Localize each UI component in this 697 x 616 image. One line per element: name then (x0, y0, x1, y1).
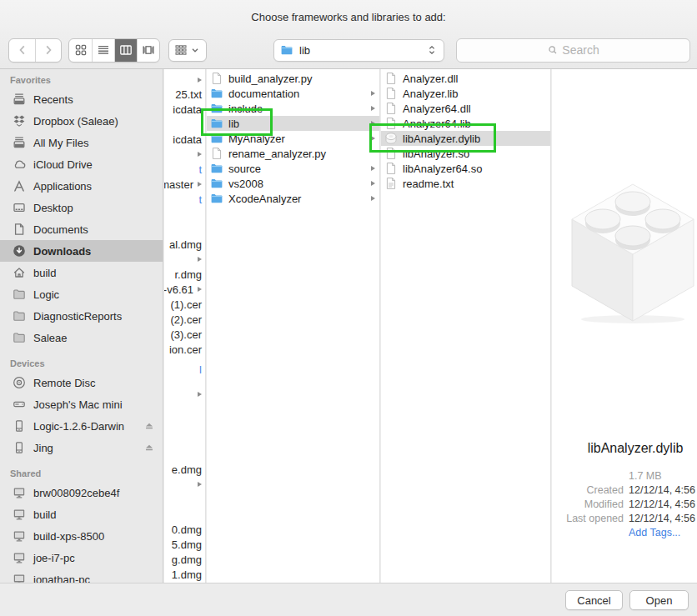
search-icon (547, 44, 559, 56)
forward-button[interactable] (35, 39, 61, 62)
disclosure-arrow-icon (198, 182, 202, 187)
sidebar-item-downloads[interactable]: Downloads (0, 240, 163, 262)
sidebar-item-applications[interactable]: Applications (0, 175, 163, 197)
preview-lastopened-value: 12/12/14, 4:56 (629, 512, 697, 526)
truncated-list-item[interactable]: (3).cer (164, 327, 205, 342)
sidebar-item-jing[interactable]: Jing (0, 437, 163, 458)
column-view-button[interactable] (114, 39, 137, 62)
sidebar-item-jonathan-pc[interactable]: jonathan-pc (0, 568, 163, 583)
sidebar-item-recents[interactable]: Recents (0, 88, 163, 110)
sidebar-item-saleae[interactable]: Saleae (0, 327, 163, 348)
dialog-chrome: Choose frameworks and libraries to add: (0, 0, 697, 69)
coverflow-view-button[interactable] (137, 39, 159, 62)
sidebar-item-diagnosticreports[interactable]: DiagnosticReports (0, 305, 163, 327)
sidebar-item-build-xps-8500[interactable]: build-xps-8500 (0, 525, 163, 547)
sidebar-item-desktop[interactable]: Desktop (0, 197, 163, 218)
truncated-list-item[interactable]: 5.dmg (164, 537, 205, 552)
home-icon (12, 266, 27, 279)
sidebar: FavoritesRecentsDropbox (Saleae)All My F… (0, 69, 163, 583)
dylib-icon (384, 132, 399, 145)
file-row-vs2008[interactable]: vs2008 (207, 176, 379, 191)
doc-icon (384, 102, 399, 115)
sidebar-item-dropbox-saleae[interactable]: Dropbox (Saleae) (0, 110, 163, 132)
sidebar-item-logic[interactable]: Logic (0, 283, 163, 305)
truncated-list-item[interactable] (164, 73, 205, 88)
sidebar-item-remote-disc[interactable]: Remote Disc (0, 372, 163, 393)
truncated-list-item[interactable]: g.dmg (164, 552, 205, 567)
truncated-list-item[interactable]: r.dmg (164, 267, 205, 282)
sidebar-item-all-my-files[interactable]: All My Files (0, 132, 163, 153)
sidebar-item-joe-i7-pc[interactable]: joe-i7-pc (0, 547, 163, 568)
file-row-libanalyzer-dylib[interactable]: libAnalyzer.dylib (381, 131, 550, 146)
disclosure-arrow-icon (198, 482, 202, 487)
truncated-list-item[interactable]: master (164, 177, 205, 192)
file-row-build-analyzer-py[interactable]: build_analyzer.py (207, 71, 379, 86)
file-row-rename-analyzer-py[interactable]: rename_analyzer.py (207, 146, 379, 161)
sidebar-item-label: Desktop (33, 202, 73, 214)
file-row-xcodeanalyzer[interactable]: XcodeAnalyzer (207, 191, 379, 206)
file-row-readme-txt[interactable]: readme.txt (381, 176, 550, 191)
truncated-list-item[interactable]: 1.dmg (164, 567, 205, 582)
truncated-list-item[interactable] (164, 147, 205, 162)
file-row-analyzer64-lib[interactable]: Analyzer64.lib (381, 116, 550, 131)
truncated-list-item[interactable] (164, 252, 205, 267)
truncated-list-item[interactable]: ion.cer (164, 342, 205, 357)
sidebar-item-label: Saleae (33, 332, 67, 344)
truncated-list-item[interactable]: 0.dmg (164, 522, 205, 537)
folder-dropdown[interactable]: lib (273, 39, 444, 62)
sidebar-item-build[interactable]: build (0, 503, 163, 525)
disc-icon (12, 376, 27, 389)
list-view-button[interactable] (92, 39, 114, 62)
file-label: vs2008 (228, 178, 263, 190)
truncated-list-item[interactable]: al.dmg (164, 237, 205, 252)
sidebar-item-joseph-s-mac-mini[interactable]: Joseph's Mac mini (0, 393, 163, 415)
truncated-list-item[interactable] (164, 477, 205, 492)
truncated-list-item[interactable]: (1).cer (164, 297, 205, 312)
file-row-source[interactable]: source (207, 161, 379, 176)
history-nav (8, 38, 62, 63)
file-row-libanalyzer-so[interactable]: libAnalyzer.so (381, 146, 550, 161)
sidebar-item-label: Logic-1.2.6-Darwin (33, 420, 124, 433)
truncated-list-item[interactable] (164, 387, 205, 402)
toolbar: lib Search (8, 38, 690, 62)
truncated-list-item[interactable]: (2).cer (164, 312, 205, 327)
file-row-analyzer64-dll[interactable]: Analyzer64.dll (381, 101, 550, 116)
file-row-libanalyzer64-so[interactable]: libAnalyzer64.so (381, 161, 550, 176)
file-row-myanalyzer[interactable]: MyAnalyzer (207, 131, 379, 146)
column-folder-contents: build_analyzer.pydocumentationincludelib… (207, 69, 380, 583)
truncated-list-item[interactable]: t (164, 192, 205, 207)
preview-created-value: 12/12/14, 4:56 (629, 483, 697, 498)
open-button[interactable]: Open (629, 590, 689, 610)
add-tags-link[interactable]: Add Tags... (629, 526, 697, 540)
truncated-list-item[interactable]: l (164, 362, 205, 377)
truncated-list-item[interactable]: -v6.61 (164, 282, 205, 297)
truncated-list-item[interactable]: e.dmg (164, 462, 205, 477)
sidebar-item-build[interactable]: build (0, 262, 163, 283)
truncated-list-item[interactable]: t (164, 162, 205, 177)
truncated-list-item[interactable]: 25.txt (164, 87, 205, 102)
back-button[interactable] (9, 39, 35, 62)
preview-info: 1.7 MB Created 12/12/14, 4:56 Modified 1… (552, 469, 697, 540)
file-row-analyzer-dll[interactable]: Analyzer.dll (381, 71, 550, 86)
eject-icon[interactable] (143, 442, 155, 453)
disclosure-arrow-icon (371, 136, 375, 141)
file-row-include[interactable]: include (207, 101, 379, 116)
truncated-list-item[interactable]: icdata (164, 102, 205, 117)
search-input[interactable]: Search (456, 38, 690, 63)
preview-modified-value: 12/12/14, 4:56 (629, 498, 697, 512)
file-row-documentation[interactable]: documentation (207, 86, 379, 101)
display-icon (12, 529, 27, 543)
file-row-lib[interactable]: lib (207, 116, 379, 131)
eject-icon[interactable] (143, 420, 155, 432)
sidebar-item-icloud-drive[interactable]: iCloud Drive (0, 153, 163, 175)
sidebar-item-logic-1-2-6-darwin[interactable]: Logic-1.2.6-Darwin (0, 415, 163, 437)
arrange-menu-button[interactable] (168, 39, 207, 62)
file-row-analyzer-lib[interactable]: Analyzer.lib (381, 86, 550, 101)
cancel-button[interactable]: Cancel (565, 590, 623, 610)
display-icon (12, 551, 27, 564)
doc-icon (384, 87, 399, 100)
sidebar-item-brw008092cebe4f[interactable]: brw008092cebe4f (0, 482, 163, 503)
sidebar-item-documents[interactable]: Documents (0, 218, 163, 240)
icon-view-button[interactable] (69, 39, 92, 62)
truncated-list-item[interactable]: icdata (164, 132, 205, 147)
